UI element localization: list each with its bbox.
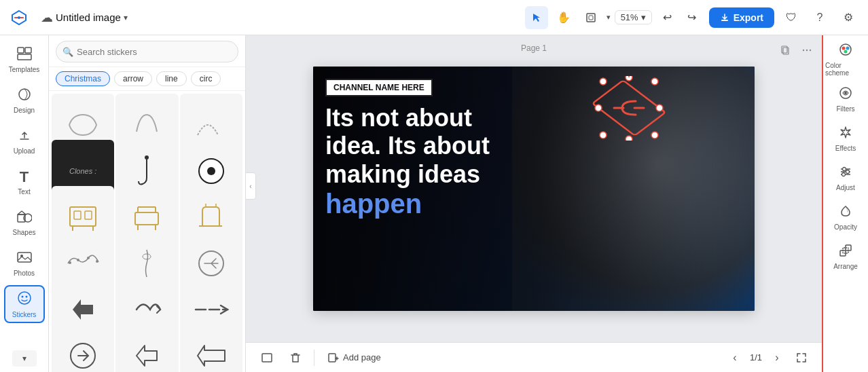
sidebar-item-text[interactable]: T Text [4,163,45,201]
templates-label: Templates [9,66,40,73]
right-item-filters[interactable]: Filters [825,80,866,118]
svg-point-34 [143,254,151,259]
sidebar-item-photos[interactable]: Photos [4,244,45,282]
help-button[interactable]: ? [808,6,831,29]
search-input[interactable] [56,41,238,62]
svg-rect-3 [721,20,728,21]
svg-point-13 [21,295,23,297]
canvas-top-right-controls [776,41,816,60]
sticker-item[interactable] [180,324,242,372]
divider [314,350,314,366]
hand-tool-button[interactable]: ✋ [552,6,575,29]
svg-rect-1 [587,14,595,22]
svg-point-69 [846,47,850,50]
upload-label: Upload [14,147,35,155]
tag-arrow[interactable]: arrow [114,71,152,86]
svg-rect-2 [589,16,593,20]
settings-button[interactable]: ⚙ [837,6,860,29]
app-logo[interactable] [8,7,30,29]
right-item-arrange[interactable]: Arrange [825,238,866,276]
add-page-button[interactable]: Add page [323,350,386,366]
sidebar-item-upload[interactable]: Upload [4,122,45,160]
svg-point-58 [651,132,658,138]
svg-point-60 [656,105,663,111]
bottom-bar: Add page ‹ 1/1 › [246,342,822,372]
frame-chevron[interactable]: ▾ [607,13,611,22]
undo-redo-group: ↩ ↪ [656,6,704,29]
panel-collapse-arrow[interactable]: ‹ [245,172,256,200]
page-label: Page 1 [521,43,547,53]
svg-point-72 [844,92,847,94]
svg-point-67 [840,44,851,55]
next-page-button[interactable]: › [767,348,786,367]
tag-row: Christmas arrow line circ [49,67,245,91]
templates-icon [17,47,32,64]
tag-christmas[interactable]: Christmas [56,71,110,86]
arrange-icon [839,244,852,261]
svg-rect-23 [135,212,158,225]
svg-point-59 [595,105,602,111]
right-item-effects[interactable]: Effects [825,119,866,157]
svg-rect-10 [18,253,31,262]
arrange-label: Arrange [833,263,858,270]
svg-point-55 [651,78,658,85]
color-scheme-label: Color scheme [825,62,866,77]
color-scheme-icon [839,43,852,60]
selected-sticker[interactable] [588,76,670,141]
text-line1: Its not about [325,104,472,132]
right-item-opacity[interactable]: Opacity [825,198,866,236]
tag-circ[interactable]: circ [191,71,221,86]
delete-page-button[interactable] [285,348,306,368]
sidebar-item-design[interactable]: Design [4,81,45,119]
shield-button[interactable]: 🛡 [780,6,803,29]
svg-rect-64 [329,354,336,362]
right-item-color-scheme[interactable]: Color scheme [825,41,866,79]
svg-point-32 [87,257,90,259]
text-highlight: happen [325,189,422,219]
title-chevron[interactable]: ▾ [124,13,128,22]
sidebar-item-templates[interactable]: Templates [4,41,45,79]
sticker-item[interactable] [52,324,114,372]
adjust-label: Adjust [836,184,855,191]
sticker-panel: 🔍 Christmas arrow line circ Clones : [49,35,246,372]
canvas-background: CHANNEL NAME HERE Its not about idea. It… [313,67,755,311]
stickers-icon [17,291,32,309]
top-toolbar: ☁ Untitled image ▾ ✋ ▾ 51% ▾ ↩ ↪ Export … [0,0,868,35]
canvas-wrapper: Page 1 [246,35,822,342]
page-navigation: ‹ 1/1 › [725,348,811,367]
svg-marker-36 [73,299,93,320]
main-area: Templates Design Upload T Text Shapes [0,35,868,372]
sticker-grid: Clones : [49,91,245,372]
text-line3: making ideas [325,160,480,188]
svg-point-48 [806,50,808,51]
canvas-page-icon-button[interactable] [776,41,795,60]
export-button[interactable]: Export [709,7,774,28]
select-tool-button[interactable] [525,6,548,29]
right-item-adjust[interactable]: Adjust [825,159,866,197]
redo-button[interactable]: ↪ [681,6,704,29]
svg-point-31 [77,259,79,261]
resize-button[interactable] [792,348,811,367]
prev-page-button[interactable]: ‹ [725,348,744,367]
svg-point-12 [18,292,31,304]
tag-line[interactable]: line [156,71,187,86]
canvas-more-button[interactable] [797,41,816,60]
page-thumbnail-button[interactable] [257,348,277,368]
design-icon [18,88,31,105]
svg-point-56 [600,132,607,138]
undo-button[interactable]: ↩ [656,6,679,29]
photos-label: Photos [14,269,35,277]
document-title[interactable]: Untitled image [56,12,121,23]
sidebar-item-shapes[interactable]: Shapes [4,204,45,242]
frame-tool-button[interactable] [579,6,602,29]
svg-point-49 [810,50,811,51]
sidebar-item-stickers[interactable]: Stickers [4,285,45,323]
sticker-item[interactable] [115,324,178,372]
canvas-frame[interactable]: CHANNEL NAME HERE Its not about idea. It… [313,67,755,311]
right-panel: Color scheme Filters Effects Adjust Opac… [822,35,868,372]
zoom-control[interactable]: 51% ▾ [615,10,652,24]
search-area: 🔍 [49,35,245,67]
search-icon: 🔍 [62,47,73,57]
svg-point-53 [600,78,607,85]
sidebar-more-button[interactable]: ▾ [12,350,37,367]
